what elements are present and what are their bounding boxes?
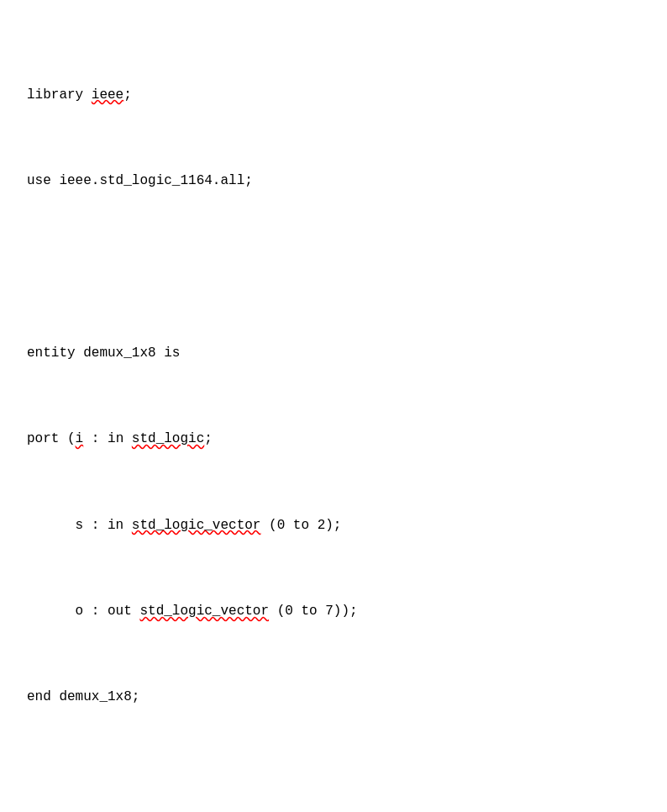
line-blank-2	[27, 773, 640, 795]
squiggly-ieee: ieee	[92, 87, 123, 103]
line-4: entity demux_1x8 is	[27, 343, 640, 365]
line-2: use ieee.std_logic_1164.all;	[27, 171, 640, 192]
line-5: port (i : in std_logic;	[27, 429, 640, 451]
squiggly-std-logic: std_logic	[132, 431, 204, 446]
squiggly-std-logic-vector-2: std_logic_vector	[139, 604, 269, 619]
line-6: s : in std_logic_vector (0 to 2);	[27, 515, 640, 537]
line-7: o : out std_logic_vector (0 to 7));	[27, 601, 640, 623]
line-1: library ieee;	[27, 85, 640, 107]
line-8: end demux_1x8;	[27, 687, 640, 709]
squiggly-i1: i	[76, 431, 84, 446]
line-blank-1	[27, 257, 640, 279]
squiggly-std-logic-vector-1: std_logic_vector	[132, 518, 261, 533]
code-editor: library ieee; use ieee.std_logic_1164.al…	[27, 20, 640, 812]
